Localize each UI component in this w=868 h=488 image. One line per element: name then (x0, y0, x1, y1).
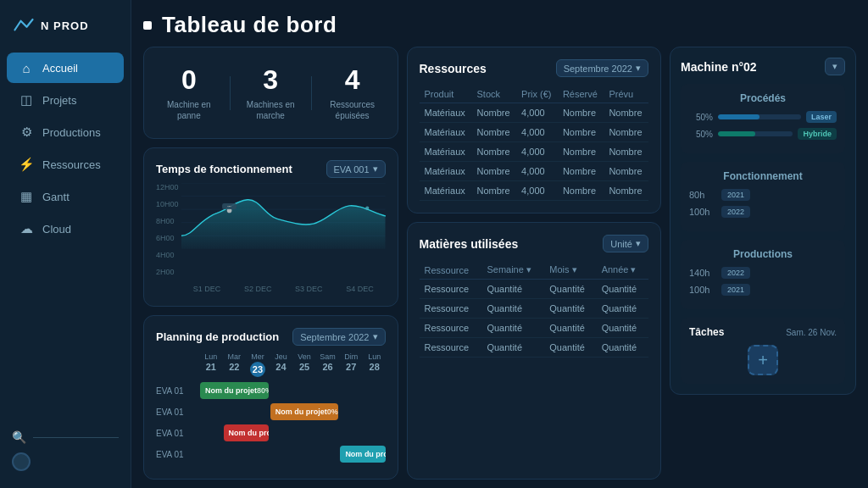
sidebar-item-projets[interactable]: ◫ Projets (7, 85, 124, 115)
page-title: Tableau de bord (162, 12, 337, 38)
procede-laser-tag: Laser (806, 111, 837, 123)
stat-epuisees-value: 4 (345, 64, 360, 96)
machine-header: Machine n°02 ▾ (681, 58, 845, 75)
table-row: RessourceQuantitéQuantitéQuantité (420, 338, 649, 358)
calendar-icon: ▦ (19, 189, 34, 204)
planning-row-3: EVA 01 Nom du pro50% (156, 424, 386, 441)
folder-icon: ◫ (19, 92, 34, 108)
search-divider (33, 437, 119, 438)
planning-dropdown[interactable]: Septembre 2022 ▾ (292, 328, 385, 346)
sidebar-item-accueil[interactable]: ⌂ Accueil (7, 53, 124, 83)
ressources-header: Ressources Septembre 2022 ▾ (420, 59, 649, 77)
ressources-period-dropdown[interactable]: Septembre 2022 ▾ (556, 59, 648, 77)
day-lun28: Lun 28 (364, 352, 386, 377)
search-icon[interactable]: 🔍 (12, 430, 26, 444)
resource-icon: ⚡ (19, 157, 34, 172)
gantt-bar-3: Nom du pro50% (224, 424, 269, 441)
sidebar-label-cloud: Cloud (42, 223, 71, 236)
machine-title: Machine n°02 (681, 60, 757, 74)
machine-productions: Productions 140h 2022 100h 2021 (681, 240, 845, 309)
ressources-title: Ressources (420, 62, 487, 75)
theme-toggle[interactable] (12, 452, 31, 471)
day-mar22: Mar 22 (224, 352, 246, 377)
planning-row-1: EVA 01 Nom du projet80% (156, 382, 386, 399)
sidebar-label-projets: Projets (42, 94, 76, 107)
procede-hybride-bar-fill (718, 131, 755, 136)
stat-marche-value: 3 (263, 64, 278, 96)
planning-title: Planning de production (156, 330, 279, 343)
ressources-card: Ressources Septembre 2022 ▾ Produit Stoc… (407, 47, 662, 214)
productions-title: Productions (689, 248, 837, 260)
chart-y-labels: 12H00 10H00 8H00 6H00 4H00 2H00 (156, 183, 179, 276)
add-task-button[interactable]: + (748, 345, 778, 375)
matieres-dropdown[interactable]: Unité ▾ (603, 235, 648, 252)
fonctionnement-title: Fonctionnement (689, 170, 837, 182)
col-reserve: Réservé (558, 86, 604, 103)
home-icon: ⌂ (19, 60, 34, 75)
gantt-bar-4: Nom du pro (340, 446, 385, 463)
stat-machine-panne: 0 Machine en panne (164, 64, 214, 121)
col-prix: Prix (€) (516, 86, 558, 103)
sidebar-label-gantt: Gantt (42, 191, 70, 203)
machine-dropdown[interactable]: ▾ (825, 58, 845, 75)
center-panel: Ressources Septembre 2022 ▾ Produit Stoc… (407, 47, 662, 480)
table-row: RessourceQuantitéQuantitéQuantité (420, 280, 649, 299)
dashboard-grid: 0 Machine en panne 3 Machines en marche … (143, 47, 856, 480)
table-row: RessourceQuantitéQuantitéQuantité (420, 319, 649, 338)
prod-row-2: 100h 2021 (689, 284, 837, 296)
sidebar-search-area: 🔍 (0, 422, 131, 444)
day-ven25: Ven 25 (293, 352, 315, 377)
gantt-bar-2: Nom du projet0% (270, 403, 339, 420)
planning-card: Planning de production Septembre 2022 ▾ … (143, 315, 398, 480)
day-mer23: Mer 23 (247, 352, 269, 377)
mat-col-semaine: Semaine ▾ (481, 261, 544, 280)
sidebar: N PROD ⌂ Accueil ◫ Projets ⚙ Productions… (0, 0, 131, 488)
mat-col-mois: Mois ▾ (544, 261, 596, 280)
procedes-title: Procédés (689, 92, 837, 104)
table-row: MatériauxNombre4,000NombreNombre (420, 103, 649, 123)
sidebar-nav: ⌂ Accueil ◫ Projets ⚙ Productions ⚡ Ress… (0, 53, 131, 422)
col-stock: Stock (472, 86, 517, 103)
sidebar-item-cloud[interactable]: ☁ Cloud (7, 214, 124, 244)
sidebar-label-ressources: Ressources (42, 158, 101, 171)
table-row: MatériauxNombre4,000NombreNombre (420, 162, 649, 181)
sidebar-item-ressources[interactable]: ⚡ Ressources (7, 149, 124, 180)
day-jeu24: Jeu 24 (270, 352, 292, 377)
svg-point-8 (365, 207, 369, 210)
chart-area: 12H00 10H00 8H00 6H00 4H00 2H00 (156, 183, 386, 293)
chart-x-labels: S1 DEC S2 DEC S3 DEC S4 DEC (181, 285, 386, 293)
machine-fonctionnement: Fonctionnement 80h 2021 100h 2022 (681, 162, 845, 231)
table-row: MatériauxNombre4,000NombreNombre (420, 142, 649, 162)
chart-card: Temps de fonctionnement EVA 001 ▾ 12H00 … (143, 147, 398, 307)
stat-marche-label: Machines en marche (245, 99, 296, 121)
sidebar-item-productions[interactable]: ⚙ Productions (7, 117, 124, 147)
cloud-icon: ☁ (19, 221, 34, 236)
procede-hybride-tag: Hybride (798, 128, 837, 140)
matieres-table: Ressource Semaine ▾ Mois ▾ Année ▾ Resso… (420, 261, 649, 358)
sidebar-item-gantt[interactable]: ▦ Gantt (7, 181, 124, 212)
mat-col-ressource: Ressource (420, 261, 482, 280)
day-lun21: Lun 21 (200, 352, 222, 377)
planning-row-4: EVA 01 Nom du pro (156, 446, 386, 463)
chart-dropdown[interactable]: EVA 001 ▾ (326, 160, 386, 178)
procede-hybride-bar-bg (718, 131, 793, 136)
left-panel: 0 Machine en panne 3 Machines en marche … (143, 47, 398, 480)
planning-days: Lun 21 Mar 22 Mer 23 Jeu 24 (156, 352, 386, 377)
gear-icon: ⚙ (19, 125, 34, 140)
day-dim27: Dim 27 (340, 352, 362, 377)
taches-title: Tâches (689, 326, 724, 338)
title-dot (143, 21, 152, 30)
sidebar-label-productions: Productions (42, 126, 101, 139)
procede-hybride-row: 50% Hybride (689, 128, 837, 140)
chart-svg: ••• (181, 183, 386, 249)
sidebar-label-accueil: Accueil (42, 62, 78, 75)
table-row: RessourceQuantitéQuantitéQuantité (420, 299, 649, 319)
machine-card: Machine n°02 ▾ Procédés 50% Laser 50% (670, 47, 856, 395)
table-row: MatériauxNombre4,000NombreNombre (420, 123, 649, 142)
taches-section: Tâches Sam. 26 Nov. + (681, 318, 845, 384)
table-row: MatériauxNombre4,000NombreNombre (420, 181, 649, 201)
stat-panne-label: Machine en panne (164, 99, 214, 121)
matieres-title: Matières utilisées (420, 237, 519, 251)
procede-laser-bar-bg (718, 114, 801, 119)
stat-machines-marche: 3 Machines en marche (245, 64, 296, 121)
